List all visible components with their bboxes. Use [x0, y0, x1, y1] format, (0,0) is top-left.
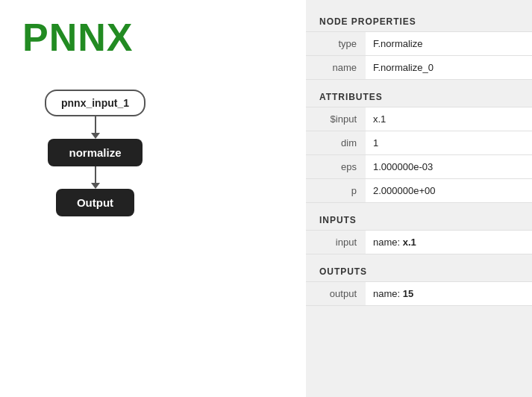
attributes-section: ATTRIBUTES $inputx.1dim1eps1.000000e-03p… [306, 87, 532, 203]
table-row: outputname: 15 [306, 281, 532, 306]
input-node[interactable]: pnnx_input_1 [45, 90, 145, 116]
outputs-header: OUTPUTS [306, 262, 532, 281]
op-node[interactable]: normalize [48, 139, 142, 166]
prop-label: name [306, 56, 366, 79]
node-properties-table: typeF.normalizenameF.normalize_0 [306, 31, 532, 80]
table-row: typeF.normalize [306, 31, 532, 55]
table-row: dim1 [306, 131, 532, 154]
app-title: PNNX [0, 0, 306, 75]
prop-value: 2.000000e+00 [366, 179, 532, 202]
right-panel: NODE PROPERTIES typeF.normalizenameF.nor… [306, 0, 532, 397]
outputs-section: OUTPUTS outputname: 15 [306, 262, 532, 306]
arrow-2 [95, 166, 96, 184]
prop-value: name: x.1 [366, 231, 532, 254]
node-properties-section: NODE PROPERTIES typeF.normalizenameF.nor… [306, 12, 532, 80]
inputs-header: INPUTS [306, 210, 532, 230]
left-panel: PNNX pnnx_input_1 normalize Output [0, 0, 306, 397]
node-properties-header: NODE PROPERTIES [306, 12, 532, 31]
table-row: p2.000000e+00 [306, 178, 532, 203]
prop-label: input [306, 231, 366, 254]
arrow-1 [95, 116, 96, 134]
attributes-table: $inputx.1dim1eps1.000000e-03p2.000000e+0… [306, 107, 532, 203]
inputs-section: INPUTS inputname: x.1 [306, 210, 532, 254]
output-node[interactable]: Output [56, 189, 134, 216]
prop-value: 1.000000e-03 [366, 155, 532, 178]
prop-label: $input [306, 107, 366, 131]
prop-value: F.normalize_0 [366, 56, 532, 79]
prop-label: p [306, 179, 366, 202]
prop-value: F.normalize [366, 32, 532, 55]
table-row: inputname: x.1 [306, 230, 532, 254]
prop-label: type [306, 32, 366, 55]
outputs-table: outputname: 15 [306, 281, 532, 306]
inputs-table: inputname: x.1 [306, 230, 532, 254]
prop-value: 1 [366, 131, 532, 154]
prop-label: dim [306, 131, 366, 154]
table-row: eps1.000000e-03 [306, 154, 532, 178]
prop-label: output [306, 282, 366, 305]
attributes-header: ATTRIBUTES [306, 87, 532, 107]
table-row: nameF.normalize_0 [306, 55, 532, 80]
graph-area: pnnx_input_1 normalize Output [45, 90, 145, 216]
prop-value: name: 15 [366, 282, 532, 305]
table-row: $inputx.1 [306, 107, 532, 131]
prop-label: eps [306, 155, 366, 178]
prop-value: x.1 [366, 107, 532, 131]
